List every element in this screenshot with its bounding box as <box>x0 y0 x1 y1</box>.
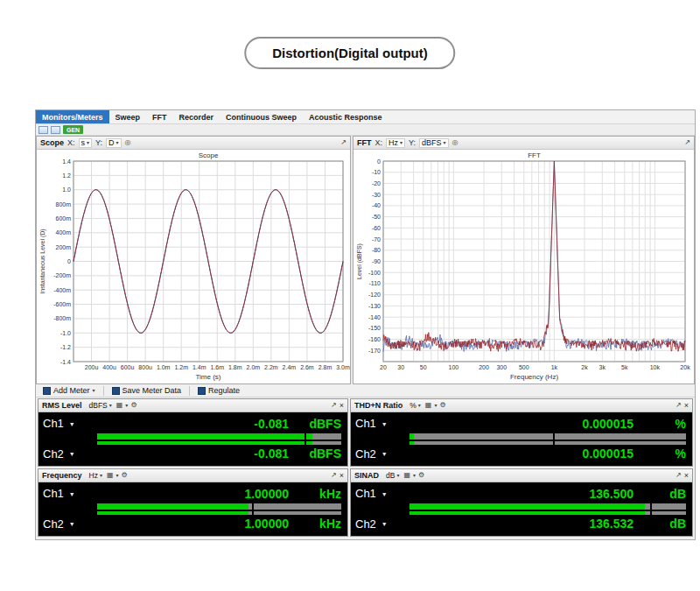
tab-monitors-meters[interactable]: Monitors/Meters <box>36 110 109 123</box>
fft-x-units-value: Hz <box>388 138 398 147</box>
bar-tick <box>252 503 254 510</box>
tab-continuous-sweep[interactable]: Continuous Sweep <box>220 110 303 123</box>
meter-unit-value: dB <box>386 471 395 480</box>
popout-icon[interactable]: ↗ <box>331 472 337 479</box>
bar-fill <box>97 503 248 510</box>
svg-text:-50: -50 <box>372 214 381 220</box>
popout-icon[interactable]: ↗ <box>676 402 682 409</box>
meter-unit-dropdown[interactable]: dBFS▾ <box>88 401 114 410</box>
channel-selector[interactable]: Ch2▼ <box>355 515 406 534</box>
value-unit: dB <box>644 517 686 531</box>
display-mode-icon[interactable]: ▦ <box>116 402 123 409</box>
close-icon[interactable]: × <box>340 471 344 480</box>
close-icon[interactable]: × <box>340 401 344 410</box>
svg-text:-10: -10 <box>372 169 381 175</box>
channel-selector[interactable]: Ch1▼ <box>43 484 94 503</box>
meter-panel-header: RMS LeveldBFS▾▦▾⚙↗× <box>38 399 347 412</box>
svg-text:10k: 10k <box>650 364 661 370</box>
svg-text:800u: 800u <box>138 364 152 370</box>
toolbar-button-label: Save Meter Data <box>122 386 182 395</box>
regulate-icon <box>198 387 206 395</box>
popout-icon[interactable]: ↗ <box>676 472 682 479</box>
channel-selector[interactable]: Ch1▼ <box>355 414 406 433</box>
scope-panel: Scope X: s ▾ Y: D ▾ ◎ ↗ 200u400u600u800u… <box>36 136 351 384</box>
save-meter-data-button[interactable]: Save Meter Data <box>108 385 186 397</box>
settings-icon[interactable]: ◎ <box>452 139 458 146</box>
svg-text:1.6m: 1.6m <box>210 364 224 370</box>
svg-text:FFT: FFT <box>528 151 541 159</box>
meter-unit-dropdown[interactable]: dB▾ <box>384 471 401 480</box>
channel-selector[interactable]: Ch1▼ <box>43 414 94 433</box>
meter-unit-dropdown[interactable]: %▾ <box>408 401 423 410</box>
display-mode-icon[interactable]: ▦ <box>107 472 114 479</box>
display-mode-icon[interactable]: ▦ <box>403 472 410 479</box>
svg-text:0: 0 <box>67 258 71 264</box>
channel-selector[interactable]: Ch1▼ <box>355 484 406 503</box>
meter-panel-sinad: SINADdB▾▦▾⚙↗×Ch1▼136.500dBCh2▼136.532dB <box>350 468 693 537</box>
meter-unit-value: Hz <box>89 471 98 480</box>
display-mode-icon[interactable]: ▦ <box>425 402 432 409</box>
toolbar-separator <box>103 386 104 396</box>
value-unit: % <box>644 447 686 461</box>
svg-text:-40: -40 <box>372 202 381 208</box>
chevron-down-icon: ▼ <box>69 421 75 427</box>
tab-sweep[interactable]: Sweep <box>109 110 147 123</box>
bar-tick <box>304 441 306 445</box>
svg-text:Scope: Scope <box>199 151 219 159</box>
meter-body: Ch1▼-0.081dBFSCh2▼-0.081dBFS <box>38 412 347 466</box>
generator-badge[interactable]: GEN <box>63 125 83 134</box>
channel-bar-ch1 <box>410 433 686 440</box>
chevron-down-icon: ▼ <box>69 451 75 457</box>
settings-icon[interactable]: ◎ <box>125 139 131 146</box>
fft-y-units-dropdown[interactable]: dBFS ▾ <box>419 138 449 148</box>
chevron-down-icon: ▾ <box>116 473 118 478</box>
gear-icon[interactable]: ⚙ <box>130 402 136 409</box>
channel-value: 1.00000kHz <box>97 484 341 503</box>
popout-icon[interactable]: ↗ <box>331 402 337 409</box>
layout-icon-2[interactable] <box>51 126 60 134</box>
chevron-down-icon: ▼ <box>382 451 388 457</box>
scope-y-units-dropdown[interactable]: D ▾ <box>106 138 122 148</box>
svg-text:1.0: 1.0 <box>62 186 71 193</box>
tab-acoustic-response[interactable]: Acoustic Response <box>303 110 388 123</box>
layout-icon-1[interactable] <box>38 126 48 134</box>
add-meter-icon <box>43 387 51 395</box>
gear-icon[interactable]: ⚙ <box>418 472 424 479</box>
bar-tick <box>304 433 306 440</box>
chevron-down-icon: ▾ <box>93 388 95 393</box>
add-meter-button[interactable]: Add Meter▾ <box>38 385 100 397</box>
popout-icon[interactable]: ↗ <box>684 139 690 146</box>
channel-bar-ch1 <box>410 503 686 510</box>
chevron-down-icon: ▼ <box>69 521 75 527</box>
meter-panel-frequency: FrequencyHz▾▦▾⚙↗×Ch1▼1.00000kHzCh2▼1.000… <box>38 468 348 537</box>
meter-unit-dropdown[interactable]: Hz▾ <box>88 471 104 480</box>
channel-selector[interactable]: Ch2▼ <box>43 445 94 464</box>
close-icon[interactable]: × <box>684 401 689 410</box>
gear-icon[interactable]: ⚙ <box>439 402 445 409</box>
svg-text:500: 500 <box>519 364 529 370</box>
scope-y-units-value: D <box>108 138 115 147</box>
meter-bars <box>97 503 341 515</box>
channel-value: 0.000015% <box>410 414 686 433</box>
svg-text:2.8m: 2.8m <box>318 364 332 370</box>
channel-selector[interactable]: Ch2▼ <box>43 515 94 534</box>
tab-recorder[interactable]: Recorder <box>173 110 220 123</box>
fft-x-units-dropdown[interactable]: Hz ▾ <box>386 138 405 148</box>
tab-fft[interactable]: FFT <box>146 110 173 123</box>
bar-tick <box>650 511 652 515</box>
scope-x-units-dropdown[interactable]: s ▾ <box>79 138 93 148</box>
svg-text:2.0m: 2.0m <box>247 364 261 370</box>
channel-label: Ch1 <box>355 417 376 430</box>
meter-title: RMS Level <box>42 401 82 410</box>
scope-chart: 200u400u600u800u1.0m1.2m1.4m1.6m1.8m2.0m… <box>37 150 350 383</box>
popout-icon[interactable]: ↗ <box>340 139 346 146</box>
chevron-down-icon: ▼ <box>382 421 388 427</box>
channel-selector[interactable]: Ch2▼ <box>355 445 406 464</box>
svg-text:3.0m: 3.0m <box>336 364 350 370</box>
bar-tick <box>553 433 555 440</box>
gear-icon[interactable]: ⚙ <box>122 472 128 479</box>
regulate-button[interactable]: Regulate <box>193 385 244 397</box>
fft-x-axis-label: X: <box>375 138 383 147</box>
close-icon[interactable]: × <box>684 471 689 480</box>
channel-bar-ch2 <box>97 441 341 445</box>
